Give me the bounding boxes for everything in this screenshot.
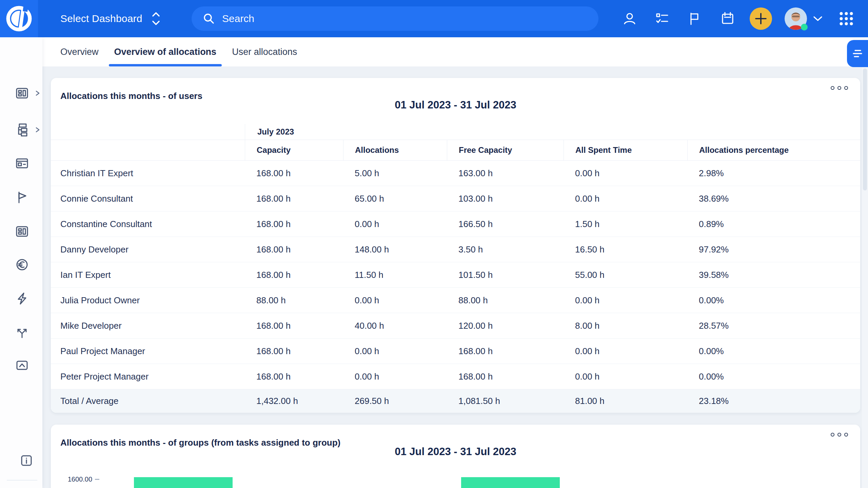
- total-label: Total / Average: [51, 389, 245, 413]
- tab-user-allocations[interactable]: User allocations: [232, 37, 297, 66]
- all-spent-time-cell: 0.00 h: [564, 161, 687, 186]
- user-name-cell: Connie Consultant: [51, 186, 245, 211]
- all-spent-time-cell: 0.00 h: [564, 364, 687, 389]
- user-button[interactable]: [623, 0, 637, 37]
- allocations-cell: 0.00 h: [343, 288, 447, 313]
- user-name-cell: Peter Project Manager: [51, 364, 245, 389]
- user-name-cell: Christian IT Expert: [51, 161, 245, 186]
- avatar[interactable]: [785, 7, 807, 30]
- create-new-button[interactable]: [750, 7, 772, 30]
- table-row: Connie Consultant 168.00 h 65.00 h 103.0…: [51, 186, 860, 211]
- content-area: Allocations this months - of users 01 Ju…: [42, 66, 868, 488]
- table-row: Ian IT Expert 168.00 h 11.50 h 101.50 h …: [51, 262, 860, 288]
- allocations-percentage-cell: 28.57%: [687, 313, 860, 338]
- date-range-heading: 01 Jul 2023 - 31 Jul 2023: [51, 99, 860, 111]
- tab-overview[interactable]: Overview: [60, 37, 99, 66]
- search-input[interactable]: Search: [192, 6, 598, 31]
- filters-flyout-button[interactable]: [847, 40, 868, 67]
- dashboard-selector-label: Select Dashboard: [60, 13, 142, 24]
- y-axis-tick-label: 1600.00: [61, 475, 92, 483]
- euro-icon: [15, 257, 29, 272]
- sidebar-item-quick-actions[interactable]: [15, 291, 29, 306]
- allocations-cell: 0.00 h: [343, 339, 447, 364]
- chevron-down-icon: [813, 16, 823, 22]
- user-icon: [623, 12, 637, 26]
- tab-overview-of-allocations[interactable]: Overview of allocations: [114, 37, 217, 66]
- panel-menu-button[interactable]: [831, 433, 848, 436]
- unfold-chevrons-icon: [151, 12, 161, 26]
- all-spent-time-cell: 55.00 h: [564, 262, 687, 287]
- free-capacity-cell: 101.50 h: [447, 262, 564, 287]
- allocations-percentage-cell: 0.00%: [687, 339, 860, 364]
- chevron-right-icon[interactable]: [35, 90, 40, 96]
- capacity-cell: 88.00 h: [245, 288, 343, 313]
- sidebar-item-dashboards[interactable]: [15, 86, 29, 101]
- user-name-cell: Paul Project Manager: [51, 339, 245, 364]
- col-all-spent-time: All Spent Time: [564, 140, 687, 160]
- sidebar-item-info[interactable]: [19, 453, 34, 468]
- allocations-cell: 40.00 h: [343, 313, 447, 338]
- app-logo[interactable]: [0, 0, 38, 37]
- free-capacity-cell: 168.00 h: [447, 339, 564, 364]
- sidebar-item-pages[interactable]: [15, 156, 29, 171]
- table-total-row: Total / Average 1,432.00 h 269.50 h 1,08…: [51, 389, 860, 413]
- capacity-cell: 168.00 h: [245, 262, 343, 287]
- sidebar-item-finance[interactable]: [15, 257, 29, 272]
- allocations-percentage-cell: 38.69%: [687, 186, 860, 211]
- sidebar-item-milestones[interactable]: [15, 190, 29, 205]
- scrollbar-thumb[interactable]: [863, 68, 867, 190]
- flags-button[interactable]: [687, 0, 702, 37]
- vertical-scrollbar[interactable]: [862, 66, 868, 488]
- user-name-cell: Mike Developer: [51, 313, 245, 338]
- capacity-cell: 168.00 h: [245, 339, 343, 364]
- free-capacity-cell: 88.00 h: [447, 288, 564, 313]
- top-bar: Select Dashboard Search: [0, 0, 868, 37]
- sidebar-divider: [7, 480, 37, 481]
- allocations-percentage-cell: 2.98%: [687, 161, 860, 186]
- split-arrows-icon: [15, 325, 29, 340]
- capacity-cell: 168.00 h: [245, 186, 343, 211]
- allocations-cell: 65.00 h: [343, 186, 447, 211]
- free-capacity-cell: 168.00 h: [447, 364, 564, 389]
- all-spent-time-cell: 0.00 h: [564, 339, 687, 364]
- allocations-percentage-cell: 97.92%: [687, 237, 860, 262]
- search-icon: [202, 12, 215, 25]
- all-spent-time-cell: 0.00 h: [564, 186, 687, 211]
- chevron-right-icon[interactable]: [35, 127, 40, 133]
- calendar-button[interactable]: [720, 0, 735, 37]
- app-root: Select Dashboard Search: [0, 0, 868, 488]
- task-checklist-icon: [655, 11, 670, 26]
- browser-window-icon: [15, 156, 29, 171]
- flag-icon: [687, 12, 702, 26]
- panel-menu-button[interactable]: [831, 86, 848, 90]
- apps-grid-button[interactable]: [837, 0, 855, 37]
- info-icon: [19, 453, 34, 468]
- dashboard-tabbar: Overview Overview of allocations User al…: [42, 37, 868, 66]
- capacity-cell: 168.00 h: [245, 237, 343, 262]
- allocations-percentage-cell: 39.58%: [687, 262, 860, 287]
- chart-bar[interactable]: [134, 477, 233, 488]
- allocations-percentage-cell: 0.89%: [687, 211, 860, 237]
- free-capacity-cell: 163.00 h: [447, 161, 564, 186]
- sidebar-item-modules[interactable]: [15, 224, 29, 239]
- dashboard-selector[interactable]: Select Dashboard: [60, 0, 161, 37]
- pennant-flag-icon: [15, 190, 29, 205]
- tasks-button[interactable]: [655, 0, 670, 37]
- capacity-cell: 168.00 h: [245, 161, 343, 186]
- sidebar-item-archive[interactable]: [15, 358, 29, 373]
- calendar-icon: [720, 11, 735, 26]
- online-status-dot: [801, 24, 808, 30]
- user-name-cell: Constantine Consultant: [51, 211, 245, 237]
- easy-project-logo-icon: [4, 4, 34, 33]
- table-row: Mike Developer 168.00 h 40.00 h 120.00 h…: [51, 313, 860, 339]
- table-row: Constantine Consultant 168.00 h 0.00 h 1…: [51, 211, 860, 237]
- chart-bar[interactable]: [461, 477, 560, 488]
- avatar-menu-chevron[interactable]: [812, 0, 824, 37]
- panel-allocations-users: Allocations this months - of users 01 Ju…: [51, 78, 860, 413]
- sidebar-item-workflow[interactable]: [15, 325, 29, 340]
- sidebar-item-project-tree[interactable]: [15, 122, 29, 137]
- allocations-cell: 148.00 h: [343, 237, 447, 262]
- panels-icon: [15, 224, 29, 239]
- allocations-cell: 0.00 h: [343, 364, 447, 389]
- free-capacity-cell: 120.00 h: [447, 313, 564, 338]
